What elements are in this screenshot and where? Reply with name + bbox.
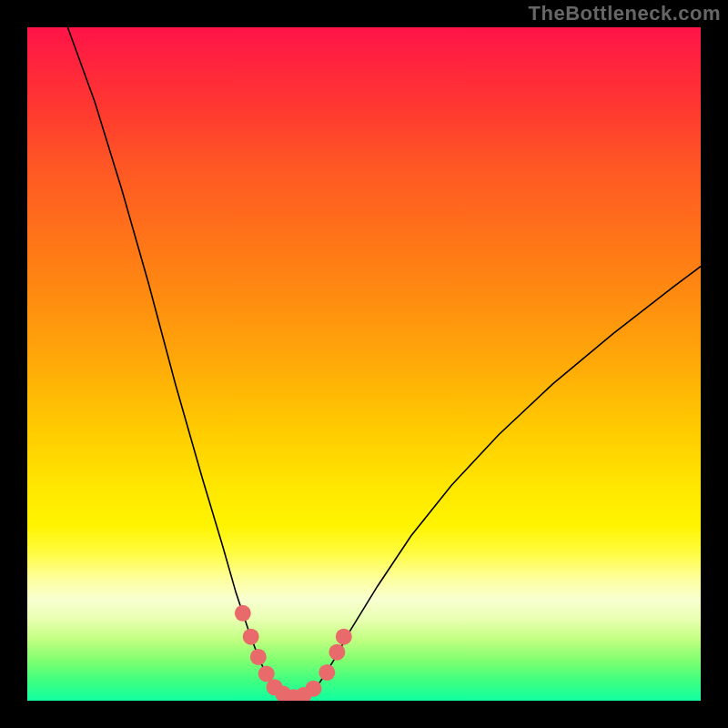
highlight-marker-group (235, 605, 352, 701)
highlight-marker (243, 629, 259, 645)
plot-area (27, 27, 701, 701)
watermark-text: TheBottleneck.com (529, 2, 721, 25)
bottleneck-curve (67, 27, 701, 697)
highlight-marker (329, 644, 345, 661)
chart-svg (27, 27, 701, 701)
highlight-marker (235, 605, 251, 622)
highlight-marker (306, 681, 322, 697)
highlight-marker (318, 664, 335, 681)
highlight-marker (336, 629, 352, 645)
highlight-marker (250, 649, 267, 665)
